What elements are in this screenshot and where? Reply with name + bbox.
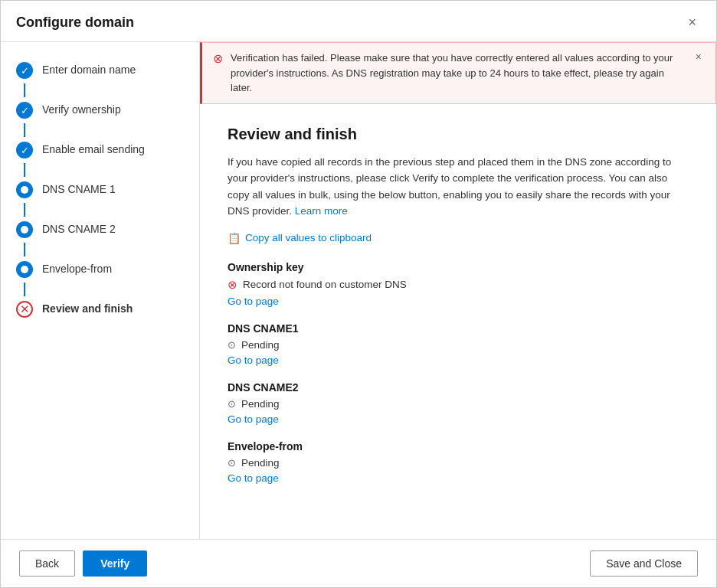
step-icon-dns-cname-2 [16,221,33,238]
sidebar: ✓ Enter domain name ✓ Verify ownership ✓… [1,42,200,539]
sidebar-item-dns-cname-1[interactable]: DNS CNAME 1 [1,177,199,203]
footer-left-buttons: Back Verify [19,550,147,577]
error-status-icon: ⊗ [228,278,237,292]
error-x-icon: ✕ [20,302,30,316]
record-status-text-cname2: Pending [241,398,280,410]
review-description: If you have copied all records in the pr… [228,154,689,220]
record-title-ownership-key: Ownership key [228,261,689,273]
record-status-envelope-from: ⊙ Pending [228,457,689,469]
verify-button[interactable]: Verify [83,550,147,577]
record-status-text-cname1: Pending [241,339,280,351]
record-title-envelope-from: Envelope-from [228,440,689,452]
step-connector-5 [24,243,25,256]
pending-icon-1: ⊙ [228,339,236,351]
sidebar-item-review-finish[interactable]: ✕ Review and finish [1,296,199,322]
record-section-dns-cname1: DNS CNAME1 ⊙ Pending Go to page [228,322,689,366]
alert-error-icon: ⊗ [213,51,223,66]
review-title: Review and finish [228,126,689,143]
dot-inner-3 [21,266,28,273]
go-to-page-envelope[interactable]: Go to page [228,472,279,484]
modal-header: Configure domain × [1,1,716,42]
step-connector-1 [24,83,25,97]
sidebar-item-dns-cname-2[interactable]: DNS CNAME 2 [1,217,199,243]
checkmark-icon-3: ✓ [21,145,29,156]
pending-icon-3: ⊙ [228,457,236,469]
modal-close-button[interactable]: × [683,13,701,32]
step-connector-4 [24,203,25,217]
sidebar-item-enable-email[interactable]: ✓ Enable email sending [1,137,199,163]
step-icon-verify-ownership: ✓ [16,102,33,119]
record-status-text-envelope: Pending [241,457,280,469]
record-section-dns-cname2: DNS CNAME2 ⊙ Pending Go to page [228,381,689,425]
copy-link-text: Copy all values to clipboard [245,232,372,243]
clipboard-icon: 📋 [228,232,241,244]
alert-banner: ⊗ Verification has failed. Please make s… [200,42,716,104]
checkmark-icon-2: ✓ [21,105,29,116]
dot-inner-1 [21,186,28,194]
record-status-dns-cname1: ⊙ Pending [228,339,689,351]
step-icon-dns-cname-1 [16,181,33,198]
step-label-envelope-from: Envelope-from [42,261,112,275]
step-label-review-finish: Review and finish [42,301,133,315]
configure-domain-modal: Configure domain × ✓ Enter domain name ✓… [0,0,717,588]
record-status-text-ownership: Record not found on customer DNS [243,279,407,290]
sidebar-item-verify-ownership[interactable]: ✓ Verify ownership [1,97,199,123]
step-connector-3 [24,163,25,177]
go-to-page-ownership[interactable]: Go to page [228,296,279,307]
record-title-dns-cname2: DNS CNAME2 [228,381,689,394]
step-icon-enable-email: ✓ [16,142,33,158]
step-label-dns-cname-2: DNS CNAME 2 [42,221,116,235]
step-connector-2 [24,123,25,137]
step-icon-review-finish: ✕ [16,301,33,318]
record-status-ownership-key: ⊗ Record not found on customer DNS [228,278,689,292]
step-label-dns-cname-1: DNS CNAME 1 [42,181,116,195]
record-title-dns-cname1: DNS CNAME1 [228,322,689,335]
step-icon-enter-domain: ✓ [16,62,33,79]
copy-all-values-link[interactable]: 📋 Copy all values to clipboard [228,232,689,244]
step-icon-envelope-from [16,261,33,278]
learn-more-link[interactable]: Learn more [295,205,348,217]
alert-close-button[interactable]: × [692,51,705,63]
alert-text: Verification has failed. Please make sur… [231,51,685,96]
record-section-envelope-from: Envelope-from ⊙ Pending Go to page [228,440,689,484]
content-area: Review and finish If you have copied all… [200,104,716,540]
step-connector-6 [24,283,25,296]
modal-body: ✓ Enter domain name ✓ Verify ownership ✓… [1,42,716,539]
step-label-enable-email: Enable email sending [42,142,145,155]
step-label-enter-domain: Enter domain name [42,62,136,76]
save-and-close-button[interactable]: Save and Close [590,550,698,577]
sidebar-item-enter-domain[interactable]: ✓ Enter domain name [1,57,199,83]
record-section-ownership-key: Ownership key ⊗ Record not found on cust… [228,261,689,307]
sidebar-item-envelope-from[interactable]: Envelope-from [1,256,199,283]
modal-footer: Back Verify Save and Close [1,539,716,587]
modal-title: Configure domain [16,15,134,31]
checkmark-icon: ✓ [21,65,29,77]
pending-icon-2: ⊙ [228,398,236,410]
step-label-verify-ownership: Verify ownership [42,102,121,116]
main-content: ⊗ Verification has failed. Please make s… [200,42,716,539]
record-status-dns-cname2: ⊙ Pending [228,398,689,410]
go-to-page-cname1[interactable]: Go to page [228,354,279,366]
go-to-page-cname2[interactable]: Go to page [228,413,279,425]
dot-inner-2 [21,226,28,234]
back-button[interactable]: Back [19,550,75,577]
